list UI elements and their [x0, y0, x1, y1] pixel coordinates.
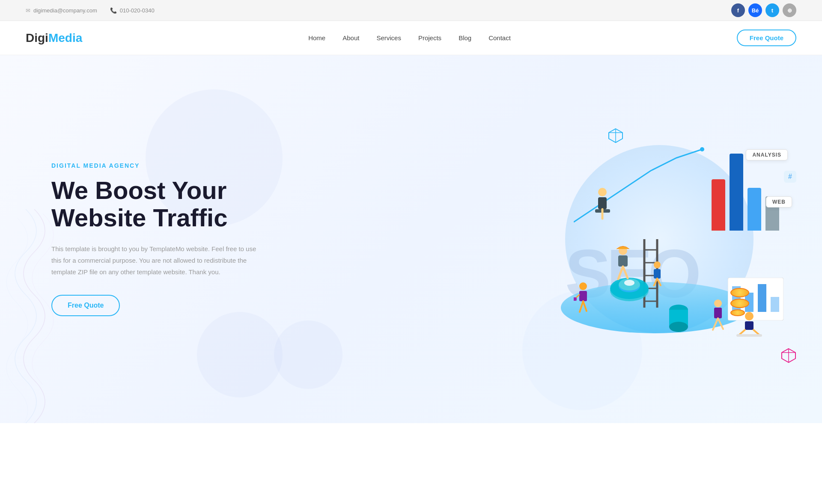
svg-line-45	[718, 318, 723, 329]
hero-free-quote-button[interactable]: Free Quote	[51, 295, 120, 316]
person-left	[574, 282, 593, 316]
web-tag: WEB	[766, 196, 792, 208]
coin-2	[730, 299, 749, 308]
svg-point-42	[714, 299, 722, 307]
svg-rect-41	[736, 334, 762, 337]
person-hardhat	[612, 246, 634, 282]
person-bottom-right	[736, 312, 762, 342]
twitter-icon[interactable]: t	[765, 3, 779, 17]
email-icon: ✉	[26, 7, 30, 14]
logo-part2: Media	[48, 31, 82, 44]
svg-point-27	[579, 282, 587, 290]
coin-1	[730, 288, 749, 297]
nav-link-about[interactable]: About	[342, 34, 359, 42]
bar-blue2	[748, 188, 761, 231]
cube-top-icon	[608, 128, 623, 143]
behance-icon[interactable]: Bé	[748, 3, 762, 17]
svg-point-19	[598, 188, 607, 196]
email-item: ✉ digimedia@company.com	[26, 7, 97, 14]
hash-tag: #	[784, 171, 796, 183]
hero-subtitle: DIGITAL MEDIA AGENCY	[51, 162, 265, 169]
nav-link-home[interactable]: Home	[308, 34, 325, 42]
nav-link-blog[interactable]: Blog	[459, 34, 471, 42]
cylinder-object	[668, 303, 689, 333]
nav-item-services[interactable]: Services	[376, 34, 401, 42]
hero-title: We Boost Your Website Traffic	[51, 177, 265, 231]
nav-item-home[interactable]: Home	[308, 34, 325, 42]
svg-rect-24	[654, 269, 661, 279]
svg-line-25	[654, 279, 657, 286]
svg-rect-18	[771, 297, 779, 312]
svg-line-26	[657, 279, 661, 285]
hero-title-line2: Website Traffic	[51, 204, 228, 231]
nav-links: Home About Services Projects Blog Contac…	[308, 34, 511, 42]
svg-line-29	[580, 301, 583, 312]
nav-free-quote-button[interactable]: Free Quote	[737, 30, 796, 46]
svg-line-30	[583, 301, 587, 311]
nav-item-about[interactable]: About	[342, 34, 359, 42]
bar-red	[712, 179, 725, 231]
social-icons: f Bé t ⊕	[731, 3, 796, 17]
bar-blue1	[730, 154, 743, 231]
hero-section: DIGITAL MEDIA AGENCY We Boost Your Websi…	[0, 55, 822, 423]
hero-illustration: SEO ANALYSIS # WEB	[522, 102, 805, 376]
svg-rect-17	[758, 284, 766, 312]
svg-rect-32	[574, 297, 577, 301]
top-bar-contact: ✉ digimedia@company.com 📞 010-020-0340	[26, 7, 155, 14]
person-purple	[709, 299, 728, 333]
facebook-icon[interactable]: f	[731, 3, 745, 17]
svg-point-23	[654, 261, 661, 268]
cube-bottom-right-icon	[781, 348, 796, 363]
person-climbing	[649, 261, 666, 286]
svg-line-44	[713, 318, 718, 330]
logo-part1: Digi	[26, 31, 48, 44]
svg-rect-20	[598, 197, 607, 209]
nav-link-contact[interactable]: Contact	[488, 34, 511, 42]
analysis-tag: ANALYSIS	[746, 149, 788, 160]
decor-circle-2	[197, 312, 283, 397]
svg-point-0	[700, 147, 704, 151]
seo-scene: SEO ANALYSIS # WEB	[522, 102, 805, 376]
email-text: digimedia@company.com	[33, 7, 97, 14]
svg-line-35	[618, 267, 623, 279]
svg-point-37	[745, 312, 754, 320]
nav-item-contact[interactable]: Contact	[488, 34, 511, 42]
nav-link-projects[interactable]: Projects	[418, 34, 441, 42]
nav-item-blog[interactable]: Blog	[459, 34, 471, 42]
hero-description: This template is brought to you by Templ…	[51, 243, 265, 278]
main-nav: DigiMedia Home About Services Projects B…	[0, 21, 822, 55]
phone-icon: 📞	[110, 7, 117, 14]
svg-rect-43	[714, 308, 722, 318]
top-bar: ✉ digimedia@company.com 📞 010-020-0340 f…	[0, 0, 822, 21]
phone-text: 010-020-0340	[120, 7, 155, 14]
nav-item-projects[interactable]: Projects	[418, 34, 441, 42]
bar-chart	[712, 154, 779, 231]
nav-link-services[interactable]: Services	[376, 34, 401, 42]
hero-content: DIGITAL MEDIA AGENCY We Boost Your Websi…	[51, 162, 265, 317]
person-sitting-top	[591, 188, 614, 222]
svg-point-53	[669, 322, 688, 332]
svg-rect-28	[579, 291, 587, 301]
svg-line-36	[623, 267, 628, 278]
svg-rect-38	[745, 321, 754, 330]
phone-item: 📞 010-020-0340	[110, 7, 155, 14]
decor-circle-3	[274, 320, 342, 389]
hero-title-line1: We Boost Your	[51, 176, 226, 204]
svg-rect-34	[618, 255, 628, 267]
logo: DigiMedia	[26, 31, 82, 45]
website-icon[interactable]: ⊕	[783, 3, 796, 17]
